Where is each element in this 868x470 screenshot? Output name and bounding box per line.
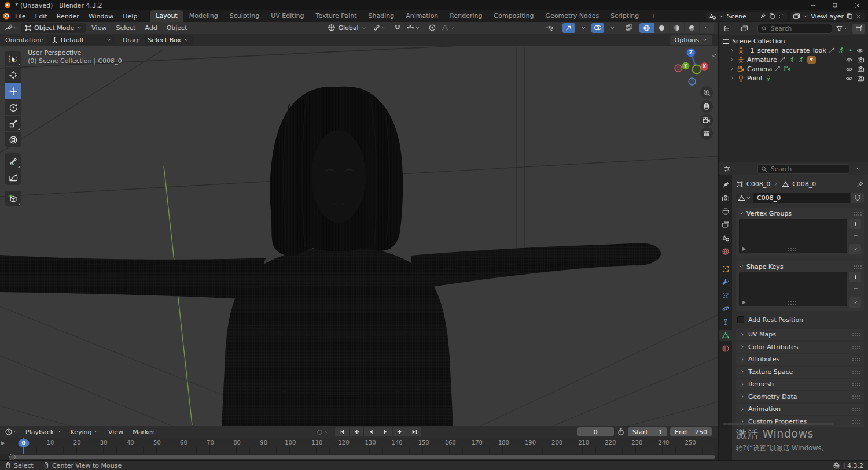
playhead-badge[interactable]: 0 [19, 439, 30, 447]
workspace-tab-rendering[interactable]: Rendering [444, 10, 488, 22]
panel-color-attributes[interactable]: Color Attributes [736, 342, 864, 353]
axis-minus-z-ball[interactable] [689, 78, 696, 85]
expand-icon[interactable] [729, 57, 735, 62]
jump-to-end-button[interactable] [407, 427, 421, 436]
axis-minus-x-ball[interactable] [675, 65, 682, 72]
panel-grip[interactable] [853, 265, 862, 269]
properties-tab-output[interactable] [719, 206, 732, 217]
frame-end-field[interactable]: End 250 [670, 427, 712, 436]
eye-icon[interactable] [845, 75, 853, 82]
outliner-root-collection[interactable]: Scene Collection [719, 36, 868, 46]
properties-tab-data[interactable] [719, 330, 732, 341]
pin-icon[interactable] [856, 180, 864, 188]
shading-dropdown[interactable] [700, 23, 714, 33]
vertex-groups-list[interactable]: ▶ [739, 219, 847, 253]
menu-edit[interactable]: Edit [30, 12, 52, 21]
fake-user-button[interactable] [850, 193, 864, 203]
show-object-types-button[interactable] [545, 23, 561, 33]
viewlayer-selector[interactable]: ViewLayer [790, 12, 865, 21]
zoom-button[interactable] [700, 86, 713, 99]
workspace-tab-texture-paint[interactable]: Texture Paint [310, 10, 363, 22]
gizmos-toggle-button[interactable] [562, 23, 575, 33]
viewport-menu-add[interactable]: Add [140, 23, 161, 33]
perspective-toggle-button[interactable] [700, 127, 713, 140]
list-resize-grip[interactable] [788, 301, 796, 305]
sidebar-collapse-arrow[interactable]: < [712, 53, 716, 59]
panel-remesh[interactable]: Remesh [736, 379, 864, 390]
list-filter-toggle[interactable]: ▶ [742, 299, 746, 305]
panel-texture-space[interactable]: Texture Space [736, 367, 864, 378]
play-button[interactable] [378, 427, 392, 436]
next-keyframe-button[interactable] [393, 427, 407, 436]
delete-scene-icon[interactable] [778, 13, 784, 20]
add-workspace-tab[interactable]: + [645, 10, 661, 22]
outliner-editor-type-button[interactable] [722, 24, 737, 34]
properties-search-input[interactable] [770, 165, 818, 173]
overlays-dropdown[interactable] [606, 23, 619, 33]
pin-icon[interactable] [759, 13, 766, 20]
properties-search[interactable] [757, 164, 849, 174]
expand-icon[interactable] [729, 47, 735, 53]
transform-orientation-dropdown[interactable]: Global [324, 23, 370, 33]
remove-vertex-group-button[interactable] [849, 230, 861, 240]
timeline-editor-type-button[interactable] [3, 427, 20, 437]
pivot-point-button[interactable] [372, 23, 388, 33]
snap-toggle-button[interactable] [391, 23, 404, 33]
properties-options-button[interactable] [852, 164, 865, 174]
expand-icon[interactable] [729, 66, 735, 72]
properties-tab-material[interactable] [719, 343, 732, 354]
timeline-ruler[interactable]: ▶ 10203040506070809010011012013014015016… [0, 438, 718, 447]
properties-tab-render[interactable] [719, 193, 732, 203]
overlays-toggle-button[interactable] [591, 23, 604, 33]
timeline-scrollbar[interactable] [0, 454, 718, 460]
expand-icon[interactable] [729, 75, 735, 81]
eye-icon[interactable] [856, 47, 864, 54]
prev-keyframe-button[interactable] [350, 427, 363, 436]
eye-icon[interactable] [845, 65, 853, 73]
workspace-tab-shading[interactable]: Shading [363, 10, 400, 22]
eye-icon[interactable] [845, 56, 853, 64]
properties-tab-particles[interactable] [719, 290, 732, 301]
camera-view-button[interactable] [700, 114, 713, 127]
workspace-tab-animation[interactable]: Animation [400, 10, 444, 22]
remove-shape-key-button[interactable] [849, 283, 861, 294]
shading-solid-button[interactable] [654, 23, 669, 33]
falloff-button[interactable] [440, 23, 456, 33]
outliner-item-1-screen-accurate-look[interactable]: _1_screen_accurate_look [719, 46, 868, 55]
proportional-editing-button[interactable] [426, 23, 439, 33]
properties-tab-tool[interactable] [719, 179, 732, 190]
current-frame-field[interactable]: 0 [577, 427, 614, 436]
options-dropdown[interactable]: Options [670, 35, 712, 45]
delete-viewlayer-icon[interactable] [855, 13, 862, 20]
new-collection-button[interactable] [852, 24, 865, 34]
workspace-tab-geometry-nodes[interactable]: Geometry Nodes [539, 10, 605, 22]
workspace-tab-layout[interactable]: Layout [150, 10, 183, 22]
shading-rendered-button[interactable] [685, 23, 699, 33]
datablock-name-input[interactable]: C008_0 [753, 193, 850, 203]
minimize-button[interactable] [802, 0, 824, 10]
menu-file[interactable]: File [10, 12, 30, 21]
tool-cursor-button[interactable] [5, 67, 21, 83]
menu-window[interactable]: Window [84, 12, 118, 21]
tool-measure-button[interactable] [5, 169, 21, 185]
panel-attributes[interactable]: Attributes [736, 354, 864, 365]
frame-start-field[interactable]: Start 1 [628, 427, 667, 436]
vertex-groups-panel-header[interactable]: Vertex Groups [738, 208, 862, 219]
shape-keys-panel-header[interactable]: Shape Keys [738, 261, 862, 272]
vertex-group-specials-button[interactable] [849, 244, 861, 254]
properties-tab-object[interactable] [719, 263, 732, 274]
breadcrumb-object[interactable]: C008_0 [746, 180, 770, 188]
jump-to-start-button[interactable] [335, 427, 349, 436]
outliner-item-camera[interactable]: Camera [719, 64, 868, 73]
datablock-type-button[interactable] [736, 193, 753, 203]
outliner-item-point[interactable]: Point [719, 73, 868, 83]
tool-annotate-button[interactable] [5, 153, 21, 169]
outliner-filter-button[interactable] [834, 24, 850, 34]
timeline-menu-keying[interactable]: Keying [66, 427, 104, 437]
panel-geometry-data[interactable]: Geometry Data [736, 391, 864, 402]
tool-add-cube-button[interactable] [5, 191, 21, 206]
properties-tab-constraints[interactable] [719, 316, 732, 327]
properties-tab-view-layer[interactable] [719, 219, 732, 230]
tool-transform-button[interactable] [5, 132, 21, 147]
new-viewlayer-icon[interactable] [846, 13, 853, 20]
